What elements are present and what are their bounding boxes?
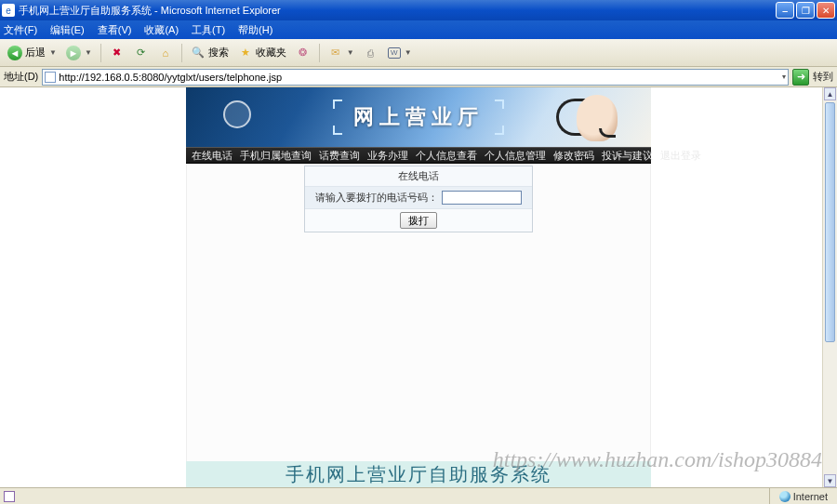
search-label: 搜索 (208, 46, 229, 60)
forward-button[interactable]: ► ▼ (62, 43, 96, 63)
toolbar-separator (181, 44, 182, 62)
url-input-box[interactable]: ▾ (42, 69, 789, 86)
form-title: 在线电话 (305, 166, 532, 187)
form-actions: 拨打 (305, 209, 532, 232)
operator-illustration (534, 89, 645, 145)
print-icon: ⎙ (364, 46, 379, 60)
home-button[interactable]: ⌂ (154, 43, 177, 63)
menu-favorites[interactable]: 收藏(A) (144, 23, 179, 37)
mail-icon: ✉ (328, 46, 343, 60)
menu-view[interactable]: 查看(V) (98, 23, 132, 37)
address-label: 地址(D) (4, 70, 38, 84)
nav-business[interactable]: 业务办理 (367, 149, 408, 163)
window-titlebar: e 手机网上营业厅自助服务系统 - Microsoft Internet Exp… (0, 0, 837, 20)
mail-dropdown-icon: ▼ (347, 48, 354, 57)
page-banner: 网上营业厅 (186, 87, 651, 147)
vertical-scrollbar[interactable]: ▲ ▼ (822, 87, 837, 487)
go-label: 转到 (813, 70, 833, 84)
browser-viewport: 网上营业厅 在线电话 手机归属地查询 话费查询 业务办理 个人信息查看 个人信息… (0, 87, 837, 487)
print-button[interactable]: ⎙ (360, 43, 382, 63)
back-button[interactable]: ◄ 后退 ▼ (4, 43, 60, 63)
nav-logout[interactable]: 退出登录 (660, 149, 701, 163)
window-close-button[interactable]: ✕ (817, 2, 835, 19)
toolbar-separator (319, 44, 320, 62)
refresh-button[interactable]: ⟳ (130, 43, 153, 63)
ie-app-icon: e (2, 4, 15, 17)
home-icon: ⌂ (158, 46, 173, 60)
nav-info-manage[interactable]: 个人信息管理 (485, 149, 546, 163)
go-button[interactable]: ➜ (792, 69, 809, 86)
security-zone[interactable]: Internet (769, 488, 837, 504)
back-dropdown-icon: ▼ (49, 48, 57, 57)
menu-help[interactable]: 帮助(H) (238, 23, 272, 37)
edit-dropdown-icon: ▼ (405, 48, 412, 57)
phone-form: 在线电话 请输入要拨打的电话号码： 拨打 (304, 166, 533, 232)
stop-icon: ✖ (110, 46, 125, 60)
banner-title: 网上营业厅 (353, 105, 484, 128)
url-input[interactable] (59, 72, 778, 83)
nav-attribution-query[interactable]: 手机归属地查询 (240, 149, 312, 163)
footer-text: 手机网上营业厅自助服务系统 (286, 462, 551, 487)
form-row: 请输入要拨打的电话号码： (305, 187, 532, 209)
forward-arrow-icon: ► (66, 46, 81, 60)
nav-fee-query[interactable]: 话费查询 (319, 149, 360, 163)
standard-toolbar: ◄ 后退 ▼ ► ▼ ✖ ⟳ ⌂ 🔍 搜索 ★ 收藏夹 ❂ ✉▼ ⎙ W▼ (0, 39, 837, 67)
window-title: 手机网上营业厅自助服务系统 - Microsoft Internet Explo… (19, 4, 774, 18)
toolbar-separator (100, 44, 101, 62)
scroll-thumb[interactable] (825, 102, 835, 342)
zone-label: Internet (793, 491, 828, 502)
address-bar: 地址(D) ▾ ➜ 转到 (0, 67, 837, 87)
nav-change-password[interactable]: 修改密码 (553, 149, 594, 163)
search-button[interactable]: 🔍 搜索 (187, 43, 232, 63)
scroll-up-arrow-icon[interactable]: ▲ (824, 87, 836, 100)
refresh-icon: ⟳ (134, 46, 149, 60)
page-content: 网上营业厅 在线电话 手机归属地查询 话费查询 业务办理 个人信息查看 个人信息… (186, 87, 651, 487)
page-icon (45, 72, 56, 83)
back-arrow-icon: ◄ (7, 46, 22, 60)
search-icon: 🔍 (191, 46, 206, 60)
nav-info-view[interactable]: 个人信息查看 (416, 149, 477, 163)
star-icon: ★ (238, 46, 253, 60)
favorites-button[interactable]: ★ 收藏夹 (234, 43, 290, 63)
status-bar: Internet (0, 487, 837, 504)
phone-label: 请输入要拨打的电话号码： (315, 191, 438, 205)
main-nav: 在线电话 手机归属地查询 话费查询 业务办理 个人信息查看 个人信息管理 修改密… (186, 147, 651, 164)
window-minimize-button[interactable]: ‒ (776, 2, 794, 19)
globe-icon (779, 491, 790, 502)
mail-button[interactable]: ✉▼ (325, 43, 358, 63)
back-label: 后退 (25, 46, 46, 60)
edit-button[interactable]: W▼ (384, 43, 416, 63)
history-button[interactable]: ❂ (292, 43, 314, 63)
content-area: 在线电话 请输入要拨打的电话号码： 拨打 (186, 164, 651, 461)
status-page-icon (4, 491, 15, 502)
stop-button[interactable]: ✖ (106, 43, 128, 63)
favorites-label: 收藏夹 (256, 46, 286, 60)
page-footer: 手机网上营业厅自助服务系统 (186, 461, 651, 487)
url-dropdown-icon[interactable]: ▾ (782, 73, 786, 81)
history-icon: ❂ (296, 46, 311, 60)
dial-button[interactable]: 拨打 (400, 212, 437, 229)
menu-bar: 文件(F) 编辑(E) 查看(V) 收藏(A) 工具(T) 帮助(H) (0, 20, 837, 39)
menu-edit[interactable]: 编辑(E) (50, 23, 85, 37)
window-maximize-button[interactable]: ❐ (796, 2, 815, 19)
nav-online-phone[interactable]: 在线电话 (192, 149, 232, 163)
menu-file[interactable]: 文件(F) (4, 23, 37, 37)
menu-tools[interactable]: 工具(T) (192, 23, 225, 37)
phone-input[interactable] (442, 191, 522, 205)
forward-dropdown-icon: ▼ (85, 48, 92, 57)
scroll-down-arrow-icon[interactable]: ▼ (824, 474, 836, 487)
edit-icon: W (388, 47, 401, 59)
nav-feedback[interactable]: 投诉与建议 (602, 149, 653, 163)
